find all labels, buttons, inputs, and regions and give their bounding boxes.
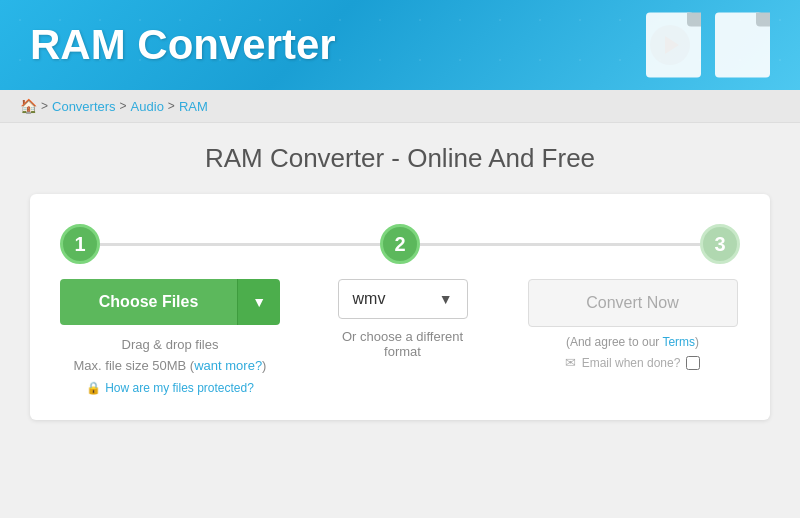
agree-text: (And agree to our Terms) [566, 335, 699, 349]
step-3-circle: 3 [700, 224, 740, 264]
choose-files-button[interactable]: Choose Files [60, 279, 237, 325]
email-when-done-label: Email when done? [582, 356, 681, 370]
converter-card: 1 2 3 Choose Files ▼ [30, 194, 770, 420]
breadcrumb-current: RAM [179, 99, 208, 114]
step-connector-2 [420, 243, 700, 246]
step-2-circle: 2 [380, 224, 420, 264]
format-dropdown-arrow: ▼ [439, 291, 453, 307]
file-protection-link[interactable]: 🔒 How are my files protected? [86, 381, 254, 395]
main-content: RAM Converter - Online And Free 1 2 3 [0, 123, 800, 450]
header-file-icons [646, 13, 770, 78]
choose-files-dropdown-button[interactable]: ▼ [237, 279, 280, 325]
format-subtitle-line2: format [384, 344, 421, 359]
step-connector-1 [100, 243, 380, 246]
file-icon-1 [646, 13, 701, 78]
convert-now-button: Convert Now [528, 279, 738, 327]
breadcrumb-audio[interactable]: Audio [131, 99, 164, 114]
want-more-link[interactable]: want more? [194, 358, 262, 373]
protection-label: How are my files protected? [105, 381, 254, 395]
file-icon-2 [715, 13, 770, 78]
step-1-node: 1 [60, 224, 100, 264]
max-size-text: Max. file size 50MB ( [74, 358, 195, 373]
agree-before: (And agree to our [566, 335, 663, 349]
header-title: RAM Converter [30, 21, 336, 69]
breadcrumb: 🏠 > Converters > Audio > RAM [0, 90, 800, 123]
email-row: ✉ Email when done? [565, 355, 701, 370]
lock-icon: 🔒 [86, 381, 101, 395]
step-3-content: Convert Now (And agree to our Terms) ✉ E… [525, 279, 740, 370]
steps-progress: 1 2 3 [60, 224, 740, 264]
breadcrumb-sep-1: > [41, 99, 48, 113]
drag-drop-info: Drag & drop files Max. file size 50MB (w… [74, 335, 267, 377]
terms-link[interactable]: Terms [662, 335, 695, 349]
format-subtitle: Or choose a different format [342, 329, 463, 359]
step-1-circle: 1 [60, 224, 100, 264]
email-when-done-checkbox[interactable] [686, 356, 700, 370]
header-banner: RAM Converter [0, 0, 800, 90]
step-2-node: 2 [380, 224, 420, 264]
email-icon: ✉ [565, 355, 576, 370]
format-value: wmv [353, 290, 386, 308]
choose-files-wrap: Choose Files ▼ [60, 279, 280, 325]
agree-after: ) [695, 335, 699, 349]
breadcrumb-sep-2: > [120, 99, 127, 113]
format-subtitle-line1: Or choose a different [342, 329, 463, 344]
breadcrumb-converters[interactable]: Converters [52, 99, 116, 114]
page-title: RAM Converter - Online And Free [30, 143, 770, 174]
actions-row: Choose Files ▼ Drag & drop files Max. fi… [60, 279, 740, 395]
format-select[interactable]: wmv ▼ [338, 279, 468, 319]
step-3-node: 3 [700, 224, 740, 264]
drag-drop-line1: Drag & drop files [122, 337, 219, 352]
step-2-content: wmv ▼ Or choose a different format [295, 279, 510, 359]
breadcrumb-sep-3: > [168, 99, 175, 113]
home-icon[interactable]: 🏠 [20, 98, 37, 114]
step-1-content: Choose Files ▼ Drag & drop files Max. fi… [60, 279, 280, 395]
